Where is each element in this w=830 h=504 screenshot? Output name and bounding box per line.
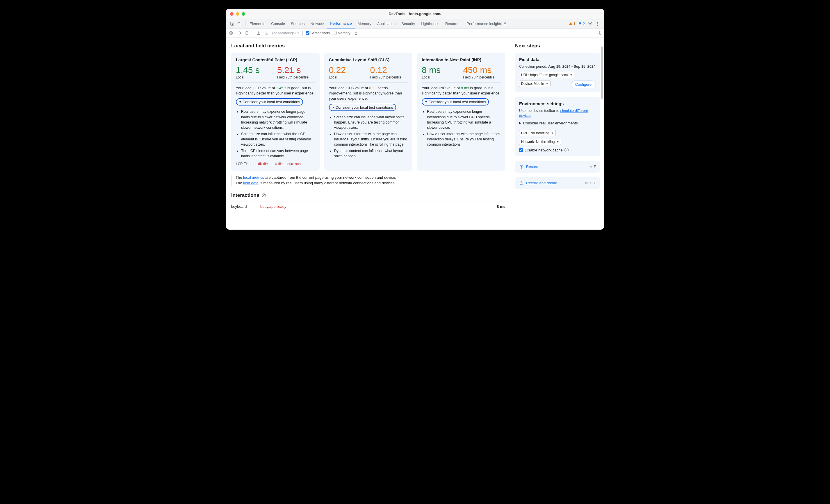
inp-card: Interaction to Next Paint (INP) 8 ms Loc…: [417, 53, 506, 171]
tab-console[interactable]: Console: [268, 19, 288, 29]
cls-field-value: 0.12: [370, 65, 408, 75]
kebab-icon[interactable]: [595, 22, 600, 26]
chevron-down-icon: ▼: [239, 100, 242, 103]
trash-icon[interactable]: [353, 31, 359, 36]
devtools-tabbar: Elements Console Sources Network Perform…: [226, 19, 604, 29]
lcp-field-value: 5.21 s: [277, 65, 315, 75]
tab-application[interactable]: Application: [374, 19, 399, 29]
inp-field-value: 450 ms: [463, 65, 501, 75]
field-data-block: Field data Collection period: Aug 19, 20…: [515, 53, 600, 93]
svg-point-4: [597, 22, 598, 23]
lcp-card: Largest Contentful Paint (LCP) 1.45 s Lo…: [231, 53, 320, 171]
cpu-select[interactable]: CPU: No throttling▼: [519, 130, 556, 136]
cls-field-label: Field 75th percentile: [370, 75, 408, 79]
environment-title: Environment settings: [519, 101, 596, 106]
tab-network[interactable]: Network: [308, 19, 327, 29]
device-select[interactable]: Device: Mobile▼: [519, 80, 550, 87]
record-reload-action[interactable]: Record and reload ⌘ ⇧ E: [515, 177, 600, 189]
collection-period: Collection period: Aug 19, 2024 - Sep 15…: [519, 64, 596, 69]
cls-description: Your local CLS value of 0.22 needs impro…: [329, 86, 408, 101]
metrics-footnote: The local metrics are captured from the …: [231, 175, 506, 186]
svg-point-6: [597, 25, 598, 25]
cls-conditions-details[interactable]: ▼Consider your local test conditions Scr…: [329, 104, 408, 159]
tab-performance-insights[interactable]: Performance insights: [464, 19, 510, 29]
minimize-icon[interactable]: [236, 12, 240, 16]
maximize-icon[interactable]: [242, 12, 245, 16]
download-icon[interactable]: [264, 31, 269, 36]
tab-performance[interactable]: Performance: [327, 19, 354, 29]
inp-title: Interaction to Next Paint (INP): [422, 58, 501, 62]
clear-icon[interactable]: [261, 193, 266, 198]
memory-checkbox[interactable]: Memory: [333, 31, 350, 35]
tab-elements[interactable]: Elements: [247, 19, 268, 29]
list-item: How a user interacts with the page influ…: [427, 131, 501, 147]
configure-button[interactable]: Configure: [571, 80, 596, 88]
disable-cache-checkbox[interactable]: Disable network cache ?: [519, 148, 596, 152]
record-action[interactable]: Record ⌘ E: [515, 161, 600, 173]
flask-icon: [503, 22, 507, 26]
real-user-env-details[interactable]: Consider real user environments: [519, 121, 596, 128]
close-icon[interactable]: [230, 12, 233, 16]
warnings-badge[interactable]: 1: [569, 22, 576, 26]
record-icon: [519, 165, 524, 169]
help-icon[interactable]: ?: [565, 148, 569, 152]
window-title: DevTools - fonts.google.com/: [226, 12, 604, 16]
inspect-icon[interactable]: [230, 22, 234, 26]
list-item: How a user interacts with the page can i…: [334, 131, 408, 147]
chevron-down-icon: ▼: [332, 106, 335, 109]
lcp-element-row: LCP Elementdiv.tile__text.tile__inria_sa…: [236, 162, 315, 166]
record-icon[interactable]: [228, 31, 233, 36]
lcp-conditions-details[interactable]: ▼Consider your local test conditions Rea…: [236, 98, 315, 159]
tab-security[interactable]: Security: [398, 19, 418, 29]
environment-block: Environment settings Use the device tool…: [515, 97, 600, 156]
performance-toolbar: (no recordings) ▼ Screenshots Memory: [226, 29, 604, 38]
list-item: Real users may experience longer interac…: [427, 109, 501, 130]
reload-icon: [519, 181, 524, 186]
next-steps-heading: Next steps: [515, 43, 600, 49]
lcp-field-label: Field 75th percentile: [277, 75, 315, 79]
clear-icon[interactable]: [245, 31, 250, 36]
list-item: Screen size can influence what layout sh…: [334, 114, 408, 130]
tab-sources[interactable]: Sources: [288, 19, 308, 29]
cls-local-value: 0.22: [329, 65, 367, 75]
list-item: Real users may experience longer page lo…: [241, 109, 315, 130]
inp-local-label: Local: [422, 75, 459, 79]
traffic-lights: [230, 12, 245, 16]
svg-point-13: [521, 166, 522, 167]
list-item: Screen size can influence what the LCP e…: [241, 131, 315, 147]
svg-point-8: [230, 33, 231, 34]
cls-title: Cumulative Layout Shift (CLS): [329, 58, 408, 62]
gear-icon[interactable]: [588, 22, 593, 26]
device-toolbar-icon[interactable]: [237, 22, 242, 26]
inp-description: Your local INP value of 8 ms is good, bu…: [422, 86, 501, 96]
lcp-local-value: 1.45 s: [236, 65, 274, 75]
environment-text: Use the device toolbar to simulate diffe…: [519, 108, 596, 119]
list-item: Dynamic content can influence what layou…: [334, 148, 408, 159]
field-data-link[interactable]: field data: [243, 181, 259, 185]
field-data-title: Field data: [519, 57, 596, 62]
reload-icon[interactable]: [236, 31, 242, 36]
interaction-row[interactable]: keyboard body.app-ready 8 ms: [231, 201, 506, 211]
lcp-description: Your local LCP value of 1.45 s is good, …: [236, 86, 315, 96]
scrollbar[interactable]: [601, 46, 603, 99]
tab-recorder[interactable]: Recorder: [442, 19, 464, 29]
cls-local-label: Local: [329, 75, 367, 79]
recordings-select[interactable]: (no recordings) ▼: [272, 31, 299, 35]
url-select[interactable]: URL: https://fonts.google.com/▼: [519, 72, 574, 78]
tab-memory[interactable]: Memory: [355, 19, 374, 29]
screenshots-checkbox[interactable]: Screenshots: [306, 31, 330, 35]
tab-lighthouse[interactable]: Lighthouse: [418, 19, 442, 29]
titlebar: DevTools - fonts.google.com/: [226, 9, 604, 19]
network-select[interactable]: Network: No throttling▼: [519, 139, 561, 145]
inp-field-label: Field 75th percentile: [463, 75, 501, 79]
inp-conditions-details[interactable]: ▼Consider your local test conditions Rea…: [422, 98, 501, 147]
inp-local-value: 8 ms: [422, 65, 459, 75]
gear-icon[interactable]: [597, 31, 602, 35]
messages-badge[interactable]: 2: [578, 22, 585, 26]
local-metrics-link[interactable]: local metrics: [243, 175, 264, 180]
metrics-heading: Local and field metrics: [231, 43, 506, 49]
list-item: The LCP element can vary between page lo…: [241, 148, 315, 159]
upload-icon[interactable]: [256, 31, 261, 36]
interactions-heading: Interactions: [231, 193, 259, 198]
cls-card: Cumulative Layout Shift (CLS) 0.22 Local…: [324, 53, 413, 171]
